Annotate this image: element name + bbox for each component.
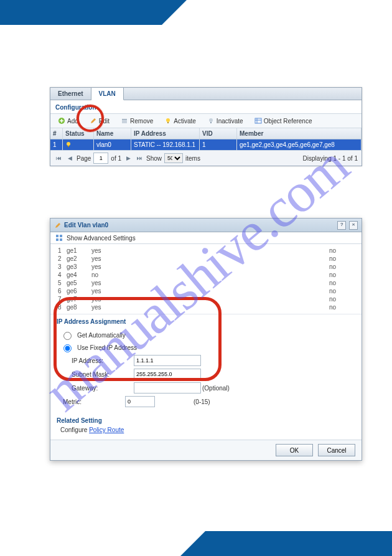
title-buttons: ? × xyxy=(336,220,358,230)
object-reference-button[interactable]: Object Reference xyxy=(251,116,316,126)
ip-address-label: IP Address: xyxy=(72,357,134,364)
page-footer-banner xyxy=(205,531,392,556)
svg-rect-13 xyxy=(60,235,62,237)
ip-section-title: IP Address Assignment xyxy=(50,314,362,326)
activate-button[interactable]: Activate xyxy=(161,116,200,126)
add-label: Add xyxy=(67,118,78,125)
radio-use-fixed-label: Use Fixed IP Address xyxy=(77,344,137,351)
list-item: 8ge8yesno xyxy=(58,303,354,311)
svg-rect-12 xyxy=(56,235,58,237)
gateway-input[interactable] xyxy=(134,382,201,393)
toolbar: Add Edit Remove Activate Inactivate Obje… xyxy=(50,113,362,128)
add-button[interactable]: Add xyxy=(54,116,82,126)
pager: ⏮ ◀ Page of 1 ▶ ⏭ Show 50 items Displayi… xyxy=(50,150,362,166)
th-name[interactable]: Name xyxy=(94,128,131,139)
list-item: 1ge1yesno xyxy=(58,247,354,255)
cell-ip: STATIC -- 192.168.1.1 xyxy=(131,139,200,150)
svg-rect-11 xyxy=(68,146,69,147)
radio-get-auto[interactable] xyxy=(63,332,72,340)
inactivate-button[interactable]: Inactivate xyxy=(203,116,247,126)
page-header-banner xyxy=(0,0,162,25)
remove-label: Remove xyxy=(130,118,153,125)
edit-label: Edit xyxy=(99,118,110,125)
th-vid[interactable]: VID xyxy=(200,128,237,139)
cell-name: vlan0 xyxy=(94,139,131,150)
svg-rect-2 xyxy=(122,119,127,120)
policy-route-link[interactable]: Policy Route xyxy=(89,426,124,433)
th-status[interactable]: Status xyxy=(63,128,94,139)
metric-input[interactable] xyxy=(125,396,155,407)
svg-rect-7 xyxy=(255,118,261,123)
pager-show-label: Show xyxy=(146,155,162,162)
metric-label: Metric: xyxy=(63,398,125,405)
activate-label: Activate xyxy=(174,118,196,125)
edit-icon xyxy=(54,222,62,229)
interface-panel: Ethernet VLAN Configuration Add Edit Rem… xyxy=(50,87,362,166)
port-list: 1ge1yesno 2ge2yesno 3ge3yesno 4ge4nono 5… xyxy=(50,244,362,314)
subnet-mask-input[interactable] xyxy=(134,369,201,380)
svg-rect-14 xyxy=(56,238,58,241)
edit-button[interactable]: Edit xyxy=(86,116,113,126)
list-item: 6ge6yesno xyxy=(58,287,354,295)
pager-items-label: items xyxy=(185,155,200,162)
pager-first-button[interactable]: ⏮ xyxy=(54,154,63,163)
status-active-icon xyxy=(65,141,72,148)
ip-section: Get Automatically Use Fixed IP Address I… xyxy=(50,326,362,413)
tab-vlan[interactable]: VLAN xyxy=(91,88,124,100)
gateway-label: Gateway: xyxy=(72,385,134,392)
svg-rect-15 xyxy=(60,238,62,241)
cell-status xyxy=(63,139,94,150)
th-ip[interactable]: IP Address xyxy=(131,128,200,139)
table-header: # Status Name IP Address VID Member xyxy=(50,128,362,139)
help-button[interactable]: ? xyxy=(337,221,346,230)
list-item: 7ge7yesno xyxy=(58,295,354,303)
svg-rect-4 xyxy=(167,122,169,123)
ok-button[interactable]: OK xyxy=(276,444,313,456)
list-item: 2ge2yesno xyxy=(58,255,354,263)
pager-of-label: of 1 xyxy=(111,155,121,162)
show-advanced-button[interactable]: Show Advanced Settings xyxy=(50,232,362,244)
radio-get-auto-label: Get Automatically xyxy=(77,332,126,339)
table-row[interactable]: 1 vlan0 STATIC -- 192.168.1.1 1 ge1,ge2,… xyxy=(50,139,362,150)
related-configure-label: Configure xyxy=(60,426,89,433)
svg-rect-6 xyxy=(210,122,212,123)
pager-last-button[interactable]: ⏭ xyxy=(135,154,144,163)
show-advanced-label: Show Advanced Settings xyxy=(67,235,136,242)
remove-button[interactable]: Remove xyxy=(117,116,157,126)
edit-icon xyxy=(90,117,97,125)
pager-page-input[interactable] xyxy=(93,153,108,164)
dialog-footer: OK Cancel xyxy=(50,440,362,460)
tabbar: Ethernet VLAN xyxy=(50,88,362,100)
pager-next-button[interactable]: ▶ xyxy=(124,154,133,163)
list-item: 3ge3yesno xyxy=(58,263,354,271)
cancel-button[interactable]: Cancel xyxy=(318,444,355,456)
pager-prev-button[interactable]: ◀ xyxy=(65,154,74,163)
th-num[interactable]: # xyxy=(50,128,63,139)
related-section-title: Related Setting xyxy=(50,413,362,425)
subnet-mask-label: Subnet Mask: xyxy=(72,371,134,378)
list-item: 5ge5yesno xyxy=(58,279,354,287)
dialog-title: Edit Vlan vlan0 xyxy=(54,222,108,229)
pager-page-label: Page xyxy=(77,155,91,162)
cell-num: 1 xyxy=(50,139,63,150)
pager-summary: Displaying 1 - 1 of 1 xyxy=(303,155,358,162)
remove-icon xyxy=(121,117,128,125)
svg-rect-1 xyxy=(122,119,127,123)
edit-vlan-dialog: Edit Vlan vlan0 ? × Show Advanced Settin… xyxy=(50,218,362,461)
svg-point-5 xyxy=(209,118,213,122)
svg-point-3 xyxy=(166,118,170,122)
tab-ethernet[interactable]: Ethernet xyxy=(50,88,91,100)
list-item: 4ge4nono xyxy=(58,271,354,279)
bulb-off-icon xyxy=(207,117,215,125)
bulb-on-icon xyxy=(164,117,172,125)
cell-member: ge1,ge2,ge3,ge4,ge5,ge6,ge7,ge8 xyxy=(237,139,362,150)
section-title-configuration: Configuration xyxy=(50,100,362,113)
close-button[interactable]: × xyxy=(349,221,358,230)
object-reference-label: Object Reference xyxy=(264,118,312,125)
radio-use-fixed[interactable] xyxy=(63,344,72,352)
ip-address-input[interactable] xyxy=(134,355,201,366)
th-member[interactable]: Member xyxy=(237,128,362,139)
metric-range: (0-15) xyxy=(194,398,231,405)
svg-point-10 xyxy=(67,142,70,146)
pager-show-select[interactable]: 50 xyxy=(164,153,183,163)
